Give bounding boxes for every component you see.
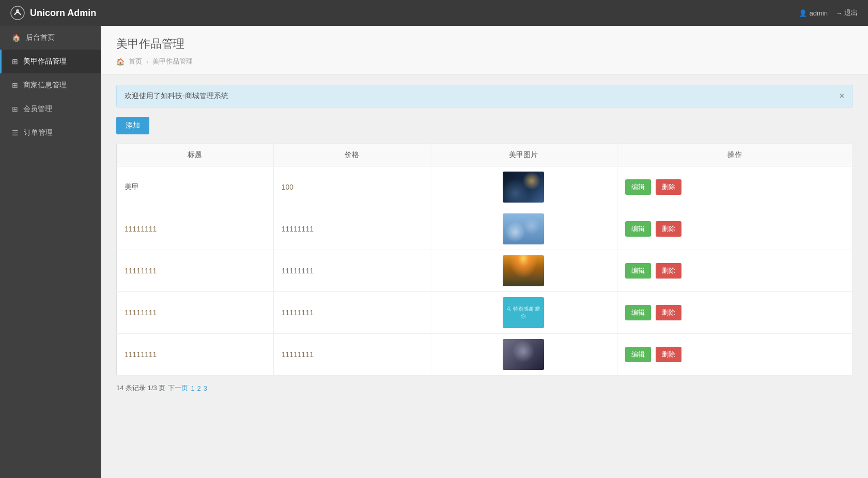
cell-image-4	[430, 334, 617, 376]
cell-price-3: 11111111	[273, 292, 430, 334]
col-action: 操作	[617, 144, 852, 166]
user-icon: 👤	[799, 9, 807, 17]
table-row: 11111111 11111111 4. 特别感谢 赠你 编辑 删除	[117, 292, 853, 334]
page-link-2[interactable]: 2	[197, 384, 201, 392]
logout-label: 退出	[844, 8, 858, 18]
top-header: Unicorn Admin 👤 admin → 退出	[0, 0, 868, 26]
logo-icon	[10, 6, 25, 20]
page-link-1[interactable]: 1	[191, 384, 194, 392]
header-right: 👤 admin → 退出	[799, 8, 858, 18]
sidebar-item-members-label: 会员管理	[23, 104, 52, 114]
table-row: 11111111 11111111 编辑 删除	[117, 334, 853, 376]
table-row: 美甲 100 编辑 删除	[117, 166, 853, 208]
grid-icon-members: ⊞	[12, 105, 18, 113]
alert-message: 欢迎使用了如科技-商城管理系统	[125, 91, 228, 101]
cell-title-0: 美甲	[117, 166, 274, 208]
sidebar-item-home[interactable]: 🏠 后台首页	[0, 26, 101, 50]
sidebar-item-orders-label: 订单管理	[24, 128, 53, 137]
sidebar-item-merchant-label: 商家信息管理	[23, 81, 67, 90]
logout-icon: →	[835, 9, 842, 17]
cell-image-2	[430, 250, 617, 292]
cell-action-4: 编辑 删除	[617, 334, 852, 376]
sidebar-item-nail-works[interactable]: ⊞ 美甲作品管理	[0, 50, 101, 73]
grid-icon-orders: ☰	[12, 129, 19, 137]
cell-title-4: 11111111	[117, 334, 274, 376]
table-row: 11111111 11111111 编辑 删除	[117, 250, 853, 292]
col-title: 标题	[117, 144, 274, 166]
page-header: 美甲作品管理 🏠 首页 › 美甲作品管理	[101, 26, 868, 74]
edit-button-2[interactable]: 编辑	[625, 263, 651, 279]
cell-image-1	[430, 208, 617, 250]
grid-icon-nail: ⊞	[12, 57, 18, 66]
cell-action-1: 编辑 删除	[617, 208, 852, 250]
edit-button-3[interactable]: 编辑	[625, 305, 651, 320]
pagination-summary: 14 条记录 1/3 页	[116, 383, 165, 393]
alert-close-button[interactable]: ×	[840, 91, 844, 101]
sidebar-item-home-label: 后台首页	[26, 33, 55, 42]
main-layout: 🏠 后台首页 ⊞ 美甲作品管理 ⊞ 商家信息管理 ⊞ 会员管理 ☰ 订单管理 美…	[0, 26, 868, 478]
edit-button-1[interactable]: 编辑	[625, 221, 651, 237]
sidebar: 🏠 后台首页 ⊞ 美甲作品管理 ⊞ 商家信息管理 ⊞ 会员管理 ☰ 订单管理	[0, 26, 101, 478]
sidebar-item-orders[interactable]: ☰ 订单管理	[0, 121, 101, 145]
alert-banner: 欢迎使用了如科技-商城管理系统 ×	[116, 85, 853, 107]
cell-price-0: 100	[273, 166, 430, 208]
content-area: 美甲作品管理 🏠 首页 › 美甲作品管理 欢迎使用了如科技-商城管理系统 × 添…	[101, 26, 868, 478]
sidebar-item-merchant[interactable]: ⊞ 商家信息管理	[0, 73, 101, 97]
thumbnail-1	[503, 213, 544, 244]
table-row: 11111111 11111111 编辑 删除	[117, 208, 853, 250]
delete-button-1[interactable]: 删除	[656, 221, 681, 237]
cell-price-2: 11111111	[273, 250, 430, 292]
breadcrumb-home: 首页	[129, 57, 142, 66]
logout-button[interactable]: → 退出	[835, 8, 858, 18]
cell-image-0	[430, 166, 617, 208]
pagination-area: 14 条记录 1/3 页 下一页 1 2 3	[116, 383, 853, 393]
cell-action-3: 编辑 删除	[617, 292, 852, 334]
thumbnail-3: 4. 特别感谢 赠你	[503, 297, 544, 328]
delete-button-2[interactable]: 删除	[656, 263, 681, 279]
cell-image-3: 4. 特别感谢 赠你	[430, 292, 617, 334]
user-name: admin	[810, 9, 828, 17]
add-button[interactable]: 添加	[116, 117, 149, 134]
home-icon: 🏠	[12, 34, 21, 42]
thumbnail-2	[503, 255, 544, 286]
next-page-link[interactable]: 下一页	[168, 383, 188, 393]
cell-price-1: 11111111	[273, 208, 430, 250]
thumbnail-0	[503, 172, 544, 203]
breadcrumb-home-icon: 🏠	[116, 58, 125, 66]
data-table: 标题 价格 美甲图片 操作 美甲 100 编辑 删除 111	[116, 144, 853, 376]
grid-icon-merchant: ⊞	[12, 81, 18, 89]
user-info: 👤 admin	[799, 9, 828, 17]
cell-action-0: 编辑 删除	[617, 166, 852, 208]
page-title: 美甲作品管理	[116, 36, 853, 52]
breadcrumb: 🏠 首页 › 美甲作品管理	[116, 57, 853, 66]
sidebar-item-members[interactable]: ⊞ 会员管理	[0, 97, 101, 121]
cell-price-4: 11111111	[273, 334, 430, 376]
delete-button-4[interactable]: 删除	[656, 347, 681, 362]
breadcrumb-separator: ›	[146, 58, 148, 66]
cell-title-3: 11111111	[117, 292, 274, 334]
breadcrumb-current: 美甲作品管理	[152, 57, 193, 66]
svg-point-1	[16, 9, 19, 12]
header-left: Unicorn Admin	[10, 6, 96, 20]
edit-button-4[interactable]: 编辑	[625, 347, 651, 362]
col-price: 价格	[273, 144, 430, 166]
sidebar-item-nail-label: 美甲作品管理	[23, 57, 67, 66]
col-image: 美甲图片	[430, 144, 617, 166]
cell-title-1: 11111111	[117, 208, 274, 250]
thumbnail-4	[503, 339, 544, 370]
app-title: Unicorn Admin	[30, 8, 96, 19]
content-inner: 欢迎使用了如科技-商城管理系统 × 添加 标题 价格 美甲图片 操作 美甲	[101, 74, 868, 403]
page-link-3[interactable]: 3	[204, 384, 207, 392]
delete-button-3[interactable]: 删除	[656, 305, 681, 320]
cell-action-2: 编辑 删除	[617, 250, 852, 292]
edit-button-0[interactable]: 编辑	[625, 179, 651, 195]
delete-button-0[interactable]: 删除	[656, 179, 681, 195]
cell-title-2: 11111111	[117, 250, 274, 292]
table-header-row: 标题 价格 美甲图片 操作	[117, 144, 853, 166]
